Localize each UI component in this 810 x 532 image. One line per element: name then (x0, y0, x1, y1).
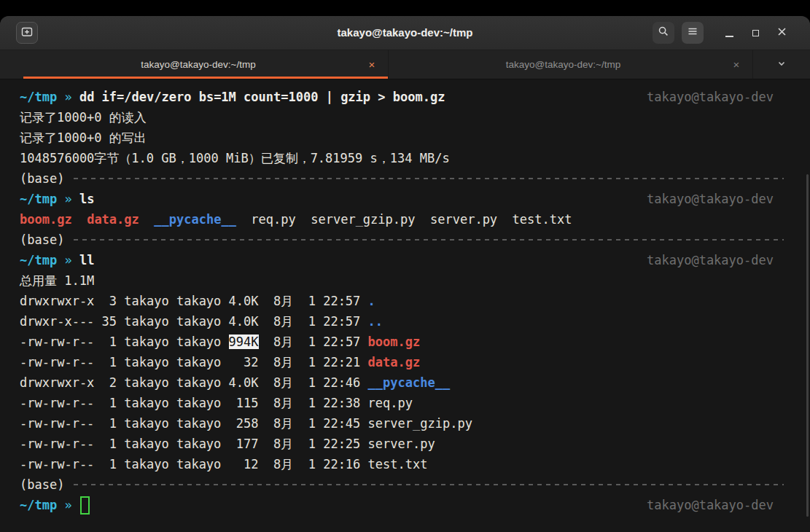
prompt-right-status: takayo@takayo-dev (647, 253, 774, 267)
minimize-button[interactable] (720, 22, 739, 44)
terminal-line: drwxr-x--- 35 takayo takayo 4.0K 8月 1 22… (20, 311, 784, 332)
prompt-right-status: takayo@takayo-dev (647, 498, 774, 512)
text-segment: data.gz (368, 355, 421, 369)
scrollbar[interactable] (806, 174, 809, 517)
text-segment: drwxrwxr-x 3 takayo takayo 4.0K 8月 1 22:… (20, 293, 368, 310)
text-segment: boom.gz (368, 335, 421, 349)
text-segment: .. (368, 314, 383, 329)
terminal-cursor (80, 496, 90, 515)
terminal-line: -rw-rw-r-- 1 takayo takayo 115 8月 1 22:3… (20, 393, 784, 413)
text-segment: 记录了1000+0 的读入 (20, 109, 147, 126)
text-segment: req.py server_gzip.py server.py test.txt (236, 212, 572, 227)
terminal-line: -rw-rw-r-- 1 takayo takayo 177 8月 1 22:2… (20, 434, 784, 454)
tab-current[interactable]: takayo@takayo-dev:~/tmp × (23, 50, 388, 79)
terminal-line: -rw-rw-r-- 1 takayo takayo 994K 8月 1 22:… (20, 332, 784, 352)
prompt-path: ~/tmp (20, 90, 64, 104)
text-segment: -rw-rw-r-- 1 takayo takayo 32 8月 1 22:21 (20, 354, 368, 371)
hamburger-menu-icon (687, 26, 698, 40)
terminal-window: takayo@takayo-dev:~/tmp (0, 16, 810, 532)
text-segment: __pycache__ (368, 375, 451, 390)
maximize-button[interactable] (746, 22, 765, 44)
prompt-path: ~/tmp (20, 192, 64, 206)
tab-label: takayo@takayo-dev:~/tmp (397, 59, 729, 70)
text-segment: -rw-rw-r-- 1 takayo takayo 115 8月 1 22:3… (20, 395, 368, 412)
terminal-line: ~/tmp » lstakayo@takayo-dev (20, 189, 784, 209)
text-segment: 994K (229, 335, 259, 349)
terminal-line: -rw-rw-r-- 1 takayo takayo 12 8月 1 22:16… (20, 454, 784, 474)
env-label: (base) (20, 477, 72, 492)
tab-list-button[interactable] (752, 50, 810, 79)
titlebar: takayo@takayo-dev:~/tmp (0, 16, 810, 50)
terminal-line: -rw-rw-r-- 1 takayo takayo 258 8月 1 22:4… (20, 413, 784, 434)
text-segment: __pycache__ (154, 212, 236, 227)
text-segment (72, 212, 87, 227)
text-segment: drwxrwxr-x 2 takayo takayo 4.0K 8月 1 22:… (20, 375, 368, 391)
text-segment: server_gzip.py (368, 416, 472, 431)
search-button[interactable] (653, 22, 674, 44)
separator-rule (74, 484, 784, 485)
terminal-line: (base) (20, 168, 784, 189)
terminal-line: ~/tmp » lltakayo@takayo-dev (20, 250, 784, 270)
text-segment: 8月 1 22:57 (259, 334, 368, 351)
terminal-line: (base) (20, 474, 784, 495)
menu-button[interactable] (682, 22, 704, 44)
text-segment: server.py (368, 437, 435, 451)
text-segment: -rw-rw-r-- 1 takayo takayo (20, 335, 229, 349)
env-label: (base) (20, 232, 72, 247)
separator-rule (74, 178, 784, 179)
terminal-line: boom.gz data.gz __pycache__ req.py serve… (20, 209, 784, 230)
terminal-output[interactable]: ~/tmp » dd if=/dev/zero bs=1M count=1000… (0, 79, 810, 532)
close-icon (777, 26, 787, 39)
prompt-symbol: » (64, 192, 79, 206)
tab-close-icon[interactable]: × (729, 58, 744, 71)
tab-bar: takayo@takayo-dev:~/tmp × takayo@takayo-… (0, 50, 810, 79)
prompt-right-status: takayo@takayo-dev (647, 90, 774, 104)
prompt-right-status: takayo@takayo-dev (647, 192, 774, 206)
terminal-line: 1048576000字节（1.0 GB，1000 MiB）已复制，7.81959… (20, 148, 784, 168)
terminal-line: drwxrwxr-x 3 takayo takayo 4.0K 8月 1 22:… (20, 291, 784, 311)
text-segment: 记录了1000+0 的写出 (20, 130, 147, 146)
text-segment (139, 212, 154, 227)
text-segment: -rw-rw-r-- 1 takayo takayo 258 8月 1 22:4… (20, 415, 368, 432)
tab-label: takayo@takayo-dev:~/tmp (32, 59, 365, 70)
terminal-line: 记录了1000+0 的读入 (20, 107, 784, 128)
text-segment: drwxr-x--- 35 takayo takayo 4.0K 8月 1 22… (20, 313, 368, 330)
command-text: ls (79, 192, 94, 206)
terminal-line: ~/tmp » takayo@takayo-dev (20, 495, 784, 515)
text-segment: . (368, 294, 375, 308)
text-segment: 总用量 1.1M (20, 273, 94, 289)
text-segment: data.gz (87, 212, 139, 227)
command-text: ll (79, 253, 94, 267)
terminal-line: (base) (20, 230, 784, 250)
env-label: (base) (20, 171, 72, 186)
text-segment: -rw-rw-r-- 1 takayo takayo 177 8月 1 22:2… (20, 436, 368, 453)
text-segment: req.py (368, 396, 413, 410)
prompt-symbol: » (64, 498, 79, 512)
tab-close-icon[interactable]: × (365, 58, 379, 71)
minimize-icon (725, 36, 733, 37)
terminal-line: ~/tmp » dd if=/dev/zero bs=1M count=1000… (20, 87, 784, 107)
prompt-symbol: » (64, 253, 79, 267)
search-icon (658, 26, 669, 40)
text-segment: boom.gz (20, 212, 72, 227)
separator-rule (74, 239, 784, 240)
terminal-line: 总用量 1.1M (20, 270, 784, 291)
chevron-down-icon (776, 58, 787, 71)
tab-secondary[interactable]: takayo@takayo-dev:~/tmp × (388, 50, 752, 79)
close-button[interactable] (772, 22, 791, 44)
prompt-symbol: » (64, 90, 79, 104)
text-segment: 1048576000字节（1.0 GB，1000 MiB）已复制，7.81959… (20, 150, 450, 167)
terminal-line: drwxrwxr-x 2 takayo takayo 4.0K 8月 1 22:… (20, 372, 784, 393)
text-segment: test.txt (368, 457, 428, 472)
text-segment: -rw-rw-r-- 1 takayo takayo 12 8月 1 22:16 (20, 456, 368, 473)
command-text: dd if=/dev/zero bs=1M count=1000 | gzip … (79, 90, 445, 104)
terminal-line: 记录了1000+0 的写出 (20, 128, 784, 148)
terminal-line: -rw-rw-r-- 1 takayo takayo 32 8月 1 22:21… (20, 352, 784, 372)
prompt-path: ~/tmp (20, 498, 64, 512)
prompt-path: ~/tmp (20, 253, 64, 267)
titlebar-actions (653, 22, 791, 44)
maximize-icon (752, 30, 759, 36)
